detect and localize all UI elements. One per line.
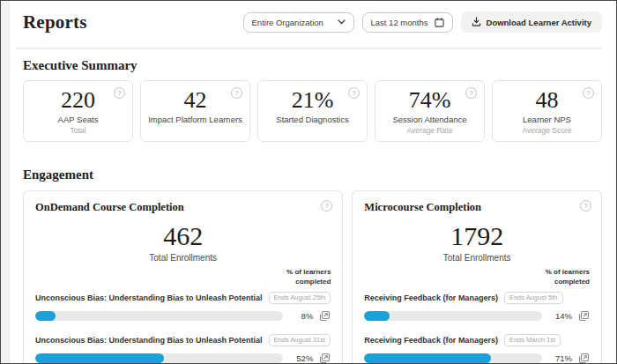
open-report-icon[interactable] xyxy=(578,310,590,322)
help-icon[interactable]: ? xyxy=(583,87,594,99)
total-enrollments-value: 1792 xyxy=(364,223,590,249)
open-report-icon[interactable] xyxy=(578,353,590,364)
reports-page: Reports Entire Organization Last 12 mont… xyxy=(0,0,617,364)
date-range-value: Last 12 months xyxy=(371,18,428,27)
course-name: Unconscious Bias: Understanding Bias to … xyxy=(35,336,263,345)
percent-label: 71% xyxy=(542,353,572,363)
help-icon[interactable]: ? xyxy=(114,87,125,99)
chevron-down-icon xyxy=(338,19,346,25)
total-enrollments-label: Total Enrollments xyxy=(364,253,590,263)
progress-bar-fill xyxy=(35,311,56,321)
total-enrollments-label: Total Enrollments xyxy=(35,253,331,263)
stat-card-session-attendance: ? 74% Session Attendance Average Rate xyxy=(375,80,485,142)
download-icon xyxy=(472,17,481,28)
card-title: OnDemand Course Completion xyxy=(35,201,331,214)
stat-card-learner-nps: ? 48 Learner NPS Average Score xyxy=(492,80,602,142)
executive-summary-heading: Executive Summary xyxy=(11,49,616,73)
stat-sublabel: Average Score xyxy=(493,126,601,135)
ends-date-badge: Ends March 1st xyxy=(504,334,561,346)
left-gutter xyxy=(1,1,10,363)
course-row: Receiving Feedback (for Managers) Ends A… xyxy=(364,292,590,322)
stat-label: Learner NPS xyxy=(493,115,601,124)
help-icon[interactable]: ? xyxy=(465,87,477,99)
ends-date-badge: Ends August 25th xyxy=(269,292,331,304)
percent-completed-column-label: % of learners completed xyxy=(535,268,590,287)
stat-label: Session Attendance xyxy=(375,115,484,124)
stat-card-aap-seats: ? 220 AAP Seats Total xyxy=(23,80,133,142)
course-name: Receiving Feedback (for Managers) xyxy=(364,293,498,302)
progress-bar xyxy=(35,353,283,363)
executive-summary-stats: ? 220 AAP Seats Total ? 42 Impact Platfo… xyxy=(11,73,616,142)
total-enrollments-value: 462 xyxy=(35,223,331,249)
help-icon[interactable]: ? xyxy=(348,87,360,99)
open-report-icon[interactable] xyxy=(319,353,331,364)
progress-bar xyxy=(35,311,283,321)
help-icon[interactable]: ? xyxy=(231,87,242,99)
page-title: Reports xyxy=(23,11,87,33)
ends-date-badge: Ends August 5th xyxy=(504,292,563,304)
progress-bar xyxy=(364,353,542,363)
download-button-label: Download Learner Activity xyxy=(487,18,591,27)
engagement-cards: OnDemand Course Completion ? 462 Total E… xyxy=(11,182,616,364)
topbar-controls: Entire Organization Last 12 months Down xyxy=(243,11,602,33)
stat-sublabel: Average Rate xyxy=(375,126,484,135)
organization-select-value: Entire Organization xyxy=(252,18,323,27)
help-icon[interactable]: ? xyxy=(321,200,332,212)
percent-label: 8% xyxy=(283,311,313,321)
course-row: Unconscious Bias: Understanding Bias to … xyxy=(35,334,331,364)
stat-sublabel: Total xyxy=(24,126,132,135)
progress-bar-fill xyxy=(364,311,389,321)
stat-label: Started Diagnostics xyxy=(258,115,367,124)
course-name: Unconscious Bias: Understanding Bias to … xyxy=(35,293,263,302)
topbar: Reports Entire Organization Last 12 mont… xyxy=(11,1,616,36)
microcourse-completion-card: Microcourse Completion ? 1792 Total Enro… xyxy=(352,190,602,364)
ondemand-course-completion-card: OnDemand Course Completion ? 462 Total E… xyxy=(23,190,343,364)
calendar-icon xyxy=(435,18,444,27)
progress-bar-fill xyxy=(364,353,490,363)
stat-label: Impact Platform Learners xyxy=(141,115,249,124)
engagement-heading: Engagement xyxy=(11,142,616,182)
stat-card-started-diagnostics: ? 21% Started Diagnostics xyxy=(257,80,368,142)
download-learner-activity-button[interactable]: Download Learner Activity xyxy=(461,11,602,33)
ends-date-badge: Ends August 31st xyxy=(269,334,331,346)
progress-bar xyxy=(364,311,542,321)
percent-label: 14% xyxy=(542,311,572,321)
card-title: Microcourse Completion xyxy=(364,201,590,214)
help-icon[interactable]: ? xyxy=(580,200,591,212)
progress-bar-fill xyxy=(35,353,164,363)
percent-completed-column-label: % of learners completed xyxy=(276,268,331,287)
stat-card-impact-platform-learners: ? 42 Impact Platform Learners xyxy=(140,80,250,142)
organization-select[interactable]: Entire Organization xyxy=(243,12,354,33)
content-area: Reports Entire Organization Last 12 mont… xyxy=(11,1,616,363)
course-name: Receiving Feedback (for Managers) xyxy=(364,336,498,345)
date-range-picker[interactable]: Last 12 months xyxy=(362,12,453,33)
course-row: Unconscious Bias: Understanding Bias to … xyxy=(35,292,331,322)
course-row: Receiving Feedback (for Managers) Ends M… xyxy=(364,334,590,364)
stat-label: AAP Seats xyxy=(24,115,132,124)
percent-label: 52% xyxy=(283,353,313,363)
open-report-icon[interactable] xyxy=(319,310,331,322)
